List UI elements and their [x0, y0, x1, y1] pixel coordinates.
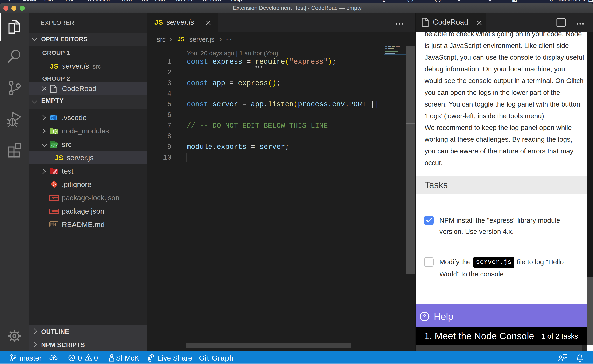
svg-text:</>: </> [51, 144, 57, 148]
svg-text:?: ? [423, 313, 426, 319]
svg-text:JS: JS [54, 130, 57, 133]
